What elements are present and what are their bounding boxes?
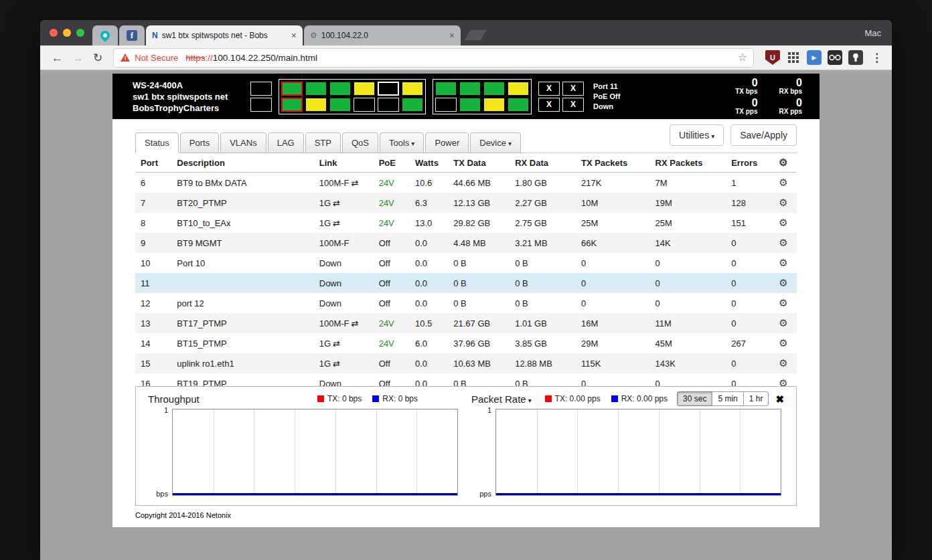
port-row-6[interactable]: 6BT9 to BMx DATA100M-F24V10.644.66 MB1.8… — [135, 173, 797, 193]
port-6[interactable] — [305, 98, 327, 112]
port-7[interactable] — [329, 82, 351, 96]
tab-tools[interactable]: Tools — [380, 132, 424, 153]
pinned-tab-facebook[interactable] — [119, 25, 145, 45]
port-row-15[interactable]: 15uplink ro1.eth11GOff0.010.63 MB12.88 M… — [135, 353, 797, 373]
throughput-chart-box: Throughput TX: 0 bpsRX: 0 bps 1 bps — [143, 391, 466, 496]
forward-button[interactable] — [72, 52, 84, 64]
stat-rx-pps: 0RX pps — [779, 98, 802, 115]
port-18[interactable] — [459, 98, 481, 112]
port-16[interactable] — [435, 98, 457, 112]
glasses-extension-icon[interactable] — [828, 50, 842, 65]
port-17[interactable] — [459, 82, 481, 96]
header-buttons: Utilities Save/Apply — [670, 124, 797, 146]
adblock-shield-extension-icon[interactable] — [765, 50, 780, 65]
port-settings-gear-icon[interactable] — [779, 317, 787, 329]
save-apply-button[interactable]: Save/Apply — [730, 124, 797, 146]
pinned-tab-pin[interactable] — [92, 25, 118, 45]
table-settings-gear-icon[interactable] — [779, 157, 787, 168]
range-button-30-sec[interactable]: 30 sec — [677, 391, 712, 406]
port-12[interactable] — [378, 98, 399, 112]
blue-extension-icon[interactable] — [807, 50, 822, 65]
tab-device[interactable]: Device — [470, 132, 521, 153]
port-21[interactable] — [508, 82, 529, 96]
port-23[interactable] — [538, 82, 560, 96]
throughput-plot — [172, 409, 458, 496]
keyhole-extension-icon[interactable] — [848, 50, 863, 65]
port-row-11[interactable]: 11DownOff0.00 B0 B000 — [135, 273, 797, 293]
port-settings-gear-icon[interactable] — [779, 237, 787, 248]
traffic-lights — [50, 29, 84, 37]
port-10[interactable] — [354, 98, 375, 112]
port-settings-gear-icon[interactable] — [779, 217, 787, 228]
port-settings-gear-icon[interactable] — [779, 197, 787, 208]
legend-swatch — [317, 395, 324, 402]
tab-qos[interactable]: QoS — [342, 132, 378, 153]
tab-vlans[interactable]: VLANs — [220, 132, 266, 153]
duplex-arrows-icon — [352, 318, 359, 329]
close-tab-icon[interactable] — [291, 31, 297, 40]
close-window-button[interactable] — [50, 29, 58, 37]
port-row-9[interactable]: 9BT9 MGMT100M-FOff0.04.48 MB3.21 MB66K14… — [135, 233, 797, 253]
port-settings-gear-icon[interactable] — [779, 357, 787, 369]
port-8[interactable] — [329, 98, 351, 112]
port-14[interactable] — [402, 98, 423, 112]
port-settings-gear-icon[interactable] — [779, 277, 787, 288]
port-settings-gear-icon[interactable] — [779, 257, 787, 268]
tab-stp[interactable]: STP — [305, 132, 341, 153]
new-tab-button[interactable] — [465, 30, 486, 40]
utilities-button[interactable]: Utilities — [670, 124, 724, 146]
tab-ports[interactable]: Ports — [180, 132, 219, 153]
range-button-1-hr[interactable]: 1 hr — [743, 391, 769, 406]
tab-netonix-switch[interactable]: sw1 btx spitwspots net - Bobs — [146, 25, 303, 45]
back-button[interactable] — [52, 52, 63, 64]
port-20[interactable] — [483, 98, 505, 112]
port-11[interactable] — [378, 82, 399, 96]
port-row-10[interactable]: 10Port 10DownOff0.00 B0 B000 — [135, 253, 797, 273]
tab-strip: sw1 btx spitwspots net - Bobs 100.104.22… — [92, 20, 483, 45]
chevron-down-icon — [508, 140, 512, 147]
port-13[interactable] — [402, 82, 423, 96]
stat-tx-bps: 0TX bps — [735, 78, 757, 95]
apps-grid-extension-icon[interactable] — [786, 50, 801, 65]
port-22[interactable] — [508, 98, 529, 112]
time-range-buttons: 30 sec5 min1 hr — [677, 391, 769, 406]
tab-power[interactable]: Power — [425, 132, 469, 153]
address-bar[interactable]: Not Secure https://100.104.22.250/main.h… — [113, 48, 754, 68]
close-charts-icon[interactable] — [775, 394, 784, 404]
port-settings-gear-icon[interactable] — [779, 297, 787, 308]
packet-rate-legend: TX: 0.00 ppsRX: 0.00 pps — [545, 394, 668, 403]
port-5[interactable] — [305, 82, 327, 96]
port-15[interactable] — [435, 82, 457, 96]
device-header: WS-24-400A sw1 btx spitwspots net BobsTr… — [112, 74, 820, 119]
tab-ip-address[interactable]: 100.104.22.0 — [304, 25, 461, 45]
port-row-8[interactable]: 8BT10_to_EAx1G24V13.029.82 GB2.75 GB25M2… — [135, 213, 797, 233]
port-2[interactable] — [250, 98, 272, 112]
port-row-14[interactable]: 14BT15_PTMP1G24V6.037.96 GB3.85 GB29M45M… — [135, 333, 797, 353]
port-19[interactable] — [483, 82, 505, 96]
port-1[interactable] — [250, 82, 272, 96]
port-4[interactable] — [281, 98, 303, 112]
port-24[interactable] — [538, 98, 560, 112]
port-row-12[interactable]: 12port 12DownOff0.00 B0 B000 — [135, 293, 797, 313]
port-settings-gear-icon[interactable] — [779, 337, 787, 349]
bookmark-star-icon[interactable] — [738, 52, 747, 63]
port-25[interactable] — [562, 82, 584, 96]
throughput-legend: TX: 0 bpsRX: 0 bps — [317, 394, 418, 403]
browser-menu-icon[interactable] — [871, 51, 882, 65]
main-content: StatusPortsVLANsLAGSTPQoSToolsPowerDevic… — [112, 119, 820, 527]
zoom-window-button[interactable] — [76, 29, 84, 37]
port-row-13[interactable]: 13BT17_PTMP100M-F24V10.521.67 GB1.01 GB1… — [135, 313, 797, 333]
tab-status[interactable]: Status — [135, 132, 179, 153]
range-button-5-min[interactable]: 5 min — [712, 391, 743, 406]
close-tab-icon[interactable] — [449, 31, 455, 40]
minimize-window-button[interactable] — [63, 29, 71, 37]
tab-lag[interactable]: LAG — [268, 132, 304, 153]
port-9[interactable] — [354, 82, 375, 96]
port-settings-gear-icon[interactable] — [779, 177, 787, 188]
port-26[interactable] — [562, 98, 584, 112]
reload-button[interactable] — [93, 52, 102, 64]
port-3[interactable] — [281, 82, 303, 96]
packet-rate-title[interactable]: Packet Rate — [471, 393, 532, 405]
column-header-tx-packets: TX Packets — [576, 153, 650, 173]
port-row-7[interactable]: 7BT20_PTMP1G24V6.312.13 GB2.27 GB10M19M1… — [135, 193, 797, 213]
